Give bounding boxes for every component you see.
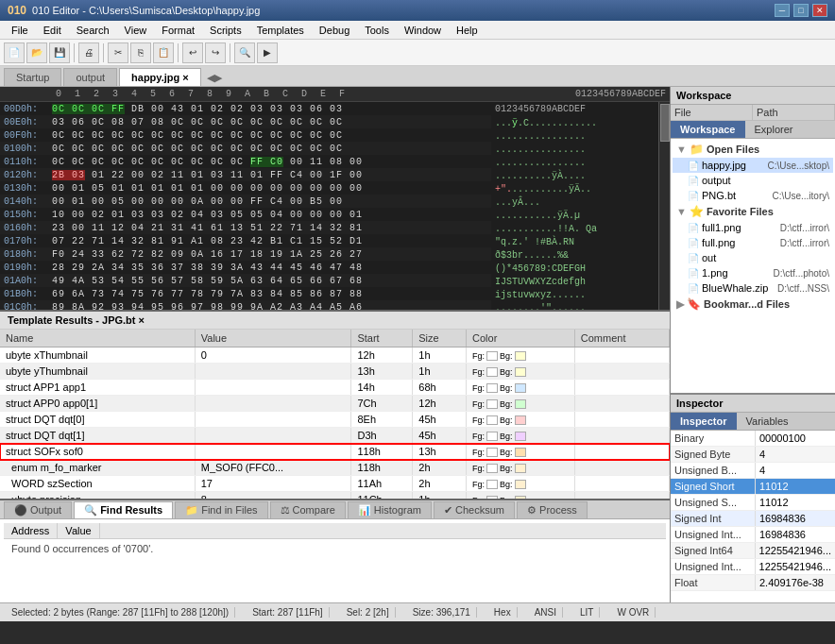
insp-row-unsignedint[interactable]: Unsigned Int... 16984836 — [671, 527, 835, 543]
open-files-section[interactable]: ▼ 📁 Open Files — [673, 141, 833, 158]
insp-row-unsignedint64[interactable]: Unsigned Int... 12255421946... — [671, 559, 835, 575]
file-bluewhale[interactable]: 📄 BlueWhale.zip D:\ctf...NSS\ — [673, 280, 833, 296]
favorite-files-section[interactable]: ▼ ⭐ Favorite Files — [673, 203, 833, 220]
row-comment — [574, 364, 669, 380]
table-row[interactable]: ubyte xThumbnail 0 12h 1h Fg: Bg: — [0, 347, 670, 364]
file-output[interactable]: 📄 output — [673, 173, 833, 188]
hex-row-0190[interactable]: 0190h: 28 29 2A 34 35 36 37 38 39 3A 43 … — [0, 261, 491, 274]
hex-ascii-panel[interactable]: 0123456789ABCDEF ...ÿ.C............ ....… — [491, 102, 658, 310]
table-row[interactable]: enum m_fo_marker M_SOF0 (FFC0... 118h 2h… — [0, 460, 670, 476]
menu-help[interactable]: Help — [449, 23, 486, 38]
insp-row-signedshort[interactable]: Signed Short 11012 — [671, 479, 835, 495]
file-fullpng[interactable]: 📄 full.png D:\ctf...irror\ — [673, 235, 833, 250]
workspace-tree[interactable]: ▼ 📁 Open Files 📄 happy.jpg C:\Use...skto… — [671, 139, 835, 393]
insp-type-binary: Binary — [671, 431, 756, 446]
copy-button[interactable]: ⎘ — [130, 42, 151, 63]
template-table[interactable]: Name Value Start Size Color Comment ubyt… — [0, 330, 670, 499]
hex-row-01A0[interactable]: 01A0h: 49 4A 53 54 55 56 57 58 59 5A 63 … — [0, 274, 491, 287]
table-row[interactable]: struct SOFx sof0 118h 13h Fg: Bg: — [0, 444, 670, 460]
table-row[interactable]: struct DQT dqt[1] D3h 45h Fg: Bg: — [0, 428, 670, 444]
hex-scrollbar[interactable] — [658, 102, 670, 310]
menu-file[interactable]: File — [4, 23, 36, 38]
hex-row-0120[interactable]: 0120h: 2B 03 01 22 00 02 11 01 03 11 01 … — [0, 168, 491, 181]
new-button[interactable]: 📄 — [4, 42, 25, 63]
tab-output[interactable]: output — [63, 68, 117, 86]
table-row[interactable]: ubyte yThumbnail 13h 1h Fg: Bg: — [0, 364, 670, 380]
menu-window[interactable]: Window — [397, 23, 449, 38]
table-row[interactable]: struct APP1 app1 14h 68h Fg: Bg: — [0, 380, 670, 396]
menu-search[interactable]: Search — [69, 23, 117, 38]
tab-process[interactable]: ⚙ Process — [517, 501, 588, 518]
run-button[interactable]: ▶ — [257, 42, 278, 63]
ws-tab-workspace[interactable]: Workspace — [671, 121, 745, 138]
menu-templates[interactable]: Templates — [249, 23, 312, 38]
hex-row-00D0[interactable]: 00D0h: 0C 0C 0C FF DB 00 43 01 02 02 03 … — [0, 102, 491, 115]
hex-row-0150[interactable]: 0150h: 10 00 02 01 03 03 02 04 03 05 05 … — [0, 208, 491, 221]
tab-happyjpg[interactable]: happy.jpg × — [119, 68, 201, 86]
window-controls[interactable]: ─ □ ✕ — [775, 4, 827, 17]
tab-histogram[interactable]: 📊 Histogram — [348, 501, 432, 518]
file-happyjpg[interactable]: 📄 happy.jpg C:\Use...sktop\ — [673, 158, 833, 173]
hex-row-0110[interactable]: 0110h: 0C 0C 0C 0C 0C 0C 0C 0C 0C 0C FF … — [0, 155, 491, 168]
menu-format[interactable]: Format — [154, 23, 202, 38]
cut-button[interactable]: ✂ — [108, 42, 128, 63]
insp-row-binary[interactable]: Binary 00000100 — [671, 431, 835, 447]
close-button[interactable]: ✕ — [812, 4, 827, 17]
file-out[interactable]: 📄 out — [673, 250, 833, 265]
table-row[interactable]: WORD szSection 17 11Ah 2h Fg: Bg: — [0, 476, 670, 492]
insp-val-unsignedint: 16984836 — [756, 527, 835, 542]
menu-view[interactable]: View — [117, 23, 155, 38]
paste-button[interactable]: 📋 — [153, 42, 174, 63]
tab-compare[interactable]: ⚖ Compare — [270, 501, 346, 518]
bookmark-section[interactable]: ▶ 🔖 Bookmar...d Files — [673, 296, 833, 313]
table-row[interactable]: struct APP0 app0[1] 7Ch 12h Fg: Bg: — [0, 396, 670, 412]
insp-row-signedbyte[interactable]: Signed Byte 4 — [671, 447, 835, 463]
tab-startup[interactable]: Startup — [4, 68, 61, 86]
file-full1png[interactable]: 📄 full1.png D:\ctf...irror\ — [673, 220, 833, 235]
hex-row-0170[interactable]: 0170h: 07 22 71 14 32 81 91 A1 08 23 42 … — [0, 234, 491, 247]
insp-row-float[interactable]: Float 2.409176e-38 — [671, 575, 835, 591]
hex-row-0180[interactable]: 0180h: F0 24 33 62 72 82 09 0A 16 17 18 … — [0, 247, 491, 261]
file-1png[interactable]: 📄 1.png D:\ctf...photo\ — [673, 265, 833, 280]
hex-row-0160[interactable]: 0160h: 23 00 11 12 04 21 31 41 61 13 51 … — [0, 221, 491, 234]
tab-checksum[interactable]: ✔ Checksum — [434, 501, 515, 518]
table-row[interactable]: struct DQT dqt[0] 8Eh 45h Fg: Bg: — [0, 412, 670, 428]
tab-output[interactable]: ⚫ Output — [4, 501, 72, 518]
insp-row-signedint64[interactable]: Signed Int64 12255421946... — [671, 543, 835, 559]
menu-debug[interactable]: Debug — [312, 23, 357, 38]
minimize-button[interactable]: ─ — [775, 4, 790, 17]
scrollbar-thumb[interactable] — [660, 104, 670, 142]
hex-row-01B0[interactable]: 01B0h: 69 6A 73 74 75 76 77 78 79 7A 83 … — [0, 287, 491, 300]
redo-button[interactable]: ↪ — [205, 42, 226, 63]
hex-scroll[interactable]: 00D0h: 0C 0C 0C FF DB 00 43 01 02 02 03 … — [0, 102, 491, 310]
hex-data-panel[interactable]: 00D0h: 0C 0C 0C FF DB 00 43 01 02 02 03 … — [0, 102, 491, 310]
table-row[interactable]: ubyte precision 8 11Ch 1h Fg: Bg: — [0, 492, 670, 500]
row-value — [195, 396, 351, 412]
maximize-button[interactable]: □ — [793, 4, 809, 17]
hex-row-01C0[interactable]: 01C0h: 89 8A 92 93 94 95 96 97 98 99 9A … — [0, 300, 491, 310]
hex-row-0140[interactable]: 0140h: 00 01 00 05 00 00 00 0A 00 00 FF … — [0, 195, 491, 208]
hex-row-0130[interactable]: 0130h: 00 01 05 01 01 01 01 01 00 00 00 … — [0, 181, 491, 195]
tab-find-in-files[interactable]: 📁 Find in Files — [175, 501, 267, 518]
open-button[interactable]: 📂 — [26, 42, 47, 63]
file-pngbt[interactable]: 📄 PNG.bt C:\Use...itory\ — [673, 188, 833, 203]
insp-row-signedint[interactable]: Signed Int 16984836 — [671, 511, 835, 527]
undo-button[interactable]: ↩ — [182, 42, 203, 63]
insp-row-unsignedshort[interactable]: Unsigned S... 11012 — [671, 495, 835, 511]
tab-nav-arrows[interactable]: ◀▶ — [203, 70, 226, 86]
menu-edit[interactable]: Edit — [36, 23, 69, 38]
tab-find-results[interactable]: 🔍 Find Results — [74, 501, 173, 518]
insp-tab-inspector[interactable]: Inspector — [671, 413, 737, 430]
save-button[interactable]: 💾 — [49, 42, 70, 63]
insp-tab-variables[interactable]: Variables — [737, 413, 798, 430]
menu-tools[interactable]: Tools — [357, 23, 397, 38]
menu-scripts[interactable]: Scripts — [202, 23, 249, 38]
hex-row-00F0[interactable]: 00F0h: 0C 0C 0C 0C 0C 0C 0C 0C 0C 0C 0C … — [0, 128, 491, 142]
hex-row-0100[interactable]: 0100h: 0C 0C 0C 0C 0C 0C 0C 0C 0C 0C 0C … — [0, 142, 491, 155]
hex-content-area[interactable]: 00D0h: 0C 0C 0C FF DB 00 43 01 02 02 03 … — [0, 102, 670, 310]
hex-row-00E0[interactable]: 00E0h: 03 06 0C 08 07 08 0C 0C 0C 0C 0C … — [0, 115, 491, 128]
ws-tab-explorer[interactable]: Explorer — [745, 121, 803, 138]
insp-row-unsignedbyte[interactable]: Unsigned B... 4 — [671, 463, 835, 479]
print-button[interactable]: 🖨 — [78, 42, 99, 63]
find-button[interactable]: 🔍 — [234, 42, 255, 63]
